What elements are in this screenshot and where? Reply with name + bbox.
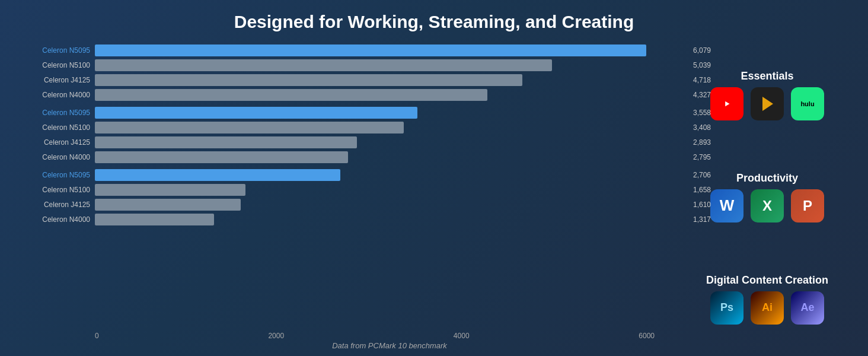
bar-label: Celeron N4000 xyxy=(18,215,95,224)
bar-track: 1,317 xyxy=(95,214,684,225)
bar-row: Celeron N51001,658 xyxy=(18,183,684,196)
bar-fill xyxy=(95,136,357,148)
bar-value-label: 1,610 xyxy=(693,201,711,209)
bar-row: Celeron J41252,893 xyxy=(18,136,684,149)
bar-fill xyxy=(95,107,417,119)
x-tick-1: 2000 xyxy=(268,332,284,340)
sidebar-section-2: Digital Content CreationPsAiAe xyxy=(690,274,844,325)
app-icon-word: W xyxy=(710,189,743,223)
chart-body: Celeron N50956,079Celeron N51005,039Cele… xyxy=(18,44,684,329)
bar-fill xyxy=(95,122,404,134)
bar-row: Celeron N40002,795 xyxy=(18,151,684,164)
bar-row: Celeron N51005,039 xyxy=(18,59,684,72)
bar-value-label: 2,795 xyxy=(693,153,711,161)
bar-track: 6,079 xyxy=(95,44,684,56)
bar-fill xyxy=(95,59,552,71)
bar-track: 1,610 xyxy=(95,199,684,211)
chart-area: Celeron N50956,079Celeron N51005,039Cele… xyxy=(18,44,684,350)
chart-groups: Celeron N50956,079Celeron N51005,039Cele… xyxy=(18,44,684,226)
svg-marker-0 xyxy=(762,97,773,111)
bar-value-label: 4,718 xyxy=(693,76,711,84)
bar-row: Celeron N40001,317 xyxy=(18,213,684,226)
bar-track: 2,706 xyxy=(95,169,684,181)
bar-row: Celeron N50956,079 xyxy=(18,44,684,57)
bar-label: Celeron J4125 xyxy=(18,201,95,209)
section-title-1: Productivity xyxy=(736,172,798,185)
app-icon-plex xyxy=(751,87,784,120)
app-icon-excel: X xyxy=(751,189,784,223)
bar-row: Celeron J41251,610 xyxy=(18,198,684,211)
bar-label: Celeron N4000 xyxy=(18,153,95,161)
bar-track: 2,795 xyxy=(95,151,684,163)
section-title-0: Essentials xyxy=(741,70,793,82)
bar-label: Celeron N5100 xyxy=(18,186,95,194)
bar-fill xyxy=(95,74,522,86)
x-tick-0: 0 xyxy=(95,332,99,340)
content-area: Celeron N50956,079Celeron N51005,039Cele… xyxy=(18,44,850,350)
bar-value-label: 3,408 xyxy=(693,123,711,132)
bar-fill xyxy=(95,214,214,225)
bar-label: Celeron N4000 xyxy=(18,91,95,99)
bar-value-label: 1,317 xyxy=(693,215,711,224)
bar-value-label: 2,706 xyxy=(693,171,711,179)
app-icon-illustrator: Ai xyxy=(751,291,784,325)
app-icon-hulu: hulu xyxy=(791,87,824,120)
x-tick-2: 4000 xyxy=(454,332,470,340)
bar-row: Celeron N50952,706 xyxy=(18,169,684,182)
bar-label: Celeron N5100 xyxy=(18,123,95,132)
bar-row: Celeron N40004,327 xyxy=(18,88,684,101)
app-icon-photoshop: Ps xyxy=(710,291,743,325)
chart-group-0: Celeron N50956,079Celeron N51005,039Cele… xyxy=(18,44,684,101)
icon-row-1: WXP xyxy=(710,189,824,223)
bar-fill xyxy=(95,169,340,181)
bar-label: Celeron J4125 xyxy=(18,138,95,147)
bar-fill xyxy=(95,44,646,56)
sidebar-section-0: Essentialshulu xyxy=(690,70,844,120)
right-panel: EssentialshuluProductivityWXPDigital Con… xyxy=(684,44,850,350)
app-icon-after-effects: Ae xyxy=(791,291,824,325)
bar-track: 2,893 xyxy=(95,136,684,148)
icon-row-0: hulu xyxy=(710,87,824,120)
bar-label: Celeron N5095 xyxy=(18,171,95,179)
bar-fill xyxy=(95,199,241,211)
chart-group-1: Celeron N50953,558Celeron N51003,408Cele… xyxy=(18,106,684,164)
bar-value-label: 2,893 xyxy=(693,138,711,147)
bar-track: 3,558 xyxy=(95,107,684,119)
bar-track: 4,718 xyxy=(95,74,684,86)
bar-row: Celeron N51003,408 xyxy=(18,121,684,134)
chart-group-2: Celeron N50952,706Celeron N51001,658Cele… xyxy=(18,169,684,226)
section-title-2: Digital Content Creation xyxy=(706,274,828,287)
x-axis-subtitle: Data from PCMark 10 benchmark xyxy=(95,341,684,350)
bar-label: Celeron J4125 xyxy=(18,76,95,84)
bar-label: Celeron N5095 xyxy=(18,109,95,117)
bar-value-label: 3,558 xyxy=(693,109,711,117)
bar-label: Celeron N5095 xyxy=(18,46,95,55)
app-icon-powerpoint: P xyxy=(791,189,824,223)
page-container: Designed for Working, Streaming, and Cre… xyxy=(0,0,868,356)
app-icon-youtube xyxy=(710,87,743,120)
page-title: Designed for Working, Streaming, and Cre… xyxy=(234,12,634,32)
bar-track: 1,658 xyxy=(95,184,684,196)
x-tick-3: 6000 xyxy=(639,332,655,340)
x-axis: 0200040006000 xyxy=(95,329,684,340)
bar-fill xyxy=(95,184,245,196)
bar-row: Celeron J41254,718 xyxy=(18,74,684,87)
bar-track: 3,408 xyxy=(95,122,684,134)
bar-value-label: 5,039 xyxy=(693,61,711,69)
sidebar-section-1: ProductivityWXP xyxy=(690,172,844,223)
bar-value-label: 6,079 xyxy=(693,46,711,55)
bar-value-label: 1,658 xyxy=(693,186,711,194)
bar-row: Celeron N50953,558 xyxy=(18,106,684,119)
bar-value-label: 4,327 xyxy=(693,91,711,99)
bar-track: 5,039 xyxy=(95,59,684,71)
bar-label: Celeron N5100 xyxy=(18,61,95,69)
bar-fill xyxy=(95,89,487,101)
bar-fill xyxy=(95,151,348,163)
icon-row-2: PsAiAe xyxy=(710,291,824,325)
bar-track: 4,327 xyxy=(95,89,684,101)
